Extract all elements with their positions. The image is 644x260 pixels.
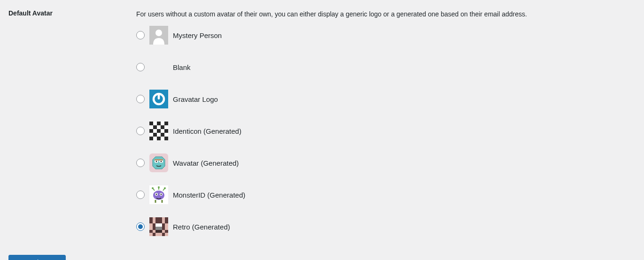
avatar-label: Wavatar (Generated) <box>173 159 239 167</box>
avatar-option-identicon[interactable]: Identicon (Generated) <box>136 122 636 140</box>
save-changes-button[interactable]: Save Changes <box>8 255 66 260</box>
monsterid-icon <box>149 185 168 204</box>
blank-icon <box>149 58 168 76</box>
radio-blank[interactable] <box>136 63 145 71</box>
radio-mystery[interactable] <box>136 31 145 39</box>
radio-wavatar[interactable] <box>136 159 145 167</box>
avatar-option-blank[interactable]: Blank <box>136 58 636 76</box>
section-description: For users without a custom avatar of the… <box>136 9 636 19</box>
avatar-options-list: Mystery Person Blank <box>136 26 636 236</box>
avatar-label: Gravatar Logo <box>173 95 218 103</box>
avatar-option-wavatar[interactable]: Wavatar (Generated) <box>136 153 636 172</box>
wavatar-icon <box>149 153 168 172</box>
svg-point-7 <box>161 161 162 162</box>
svg-point-6 <box>156 161 157 162</box>
identicon-icon <box>149 122 168 140</box>
avatar-option-retro[interactable]: Retro (Generated) <box>136 217 636 236</box>
radio-monsterid[interactable] <box>136 191 145 199</box>
svg-point-14 <box>164 187 166 189</box>
svg-rect-3 <box>158 93 160 99</box>
svg-point-1 <box>155 30 162 36</box>
avatar-label: Mystery Person <box>173 31 222 39</box>
avatar-label: Identicon (Generated) <box>173 127 241 135</box>
svg-point-19 <box>161 194 162 195</box>
radio-identicon[interactable] <box>136 127 145 135</box>
section-title: Default Avatar <box>8 9 136 17</box>
avatar-option-monsterid[interactable]: MonsterID (Generated) <box>136 185 636 204</box>
avatar-option-mystery[interactable]: Mystery Person <box>136 26 636 45</box>
radio-retro[interactable] <box>136 222 145 231</box>
radio-gravatar[interactable] <box>136 95 145 103</box>
gravatar-logo-icon <box>149 90 168 108</box>
svg-point-15 <box>158 186 160 188</box>
avatar-option-gravatar[interactable]: Gravatar Logo <box>136 90 636 108</box>
avatar-label: MonsterID (Generated) <box>173 191 245 199</box>
avatar-label: Blank <box>173 63 191 71</box>
mystery-person-icon <box>149 26 168 45</box>
svg-rect-8 <box>155 159 163 161</box>
retro-icon <box>149 217 168 236</box>
svg-point-18 <box>156 194 157 195</box>
avatar-label: Retro (Generated) <box>173 223 230 231</box>
svg-point-13 <box>152 187 154 189</box>
